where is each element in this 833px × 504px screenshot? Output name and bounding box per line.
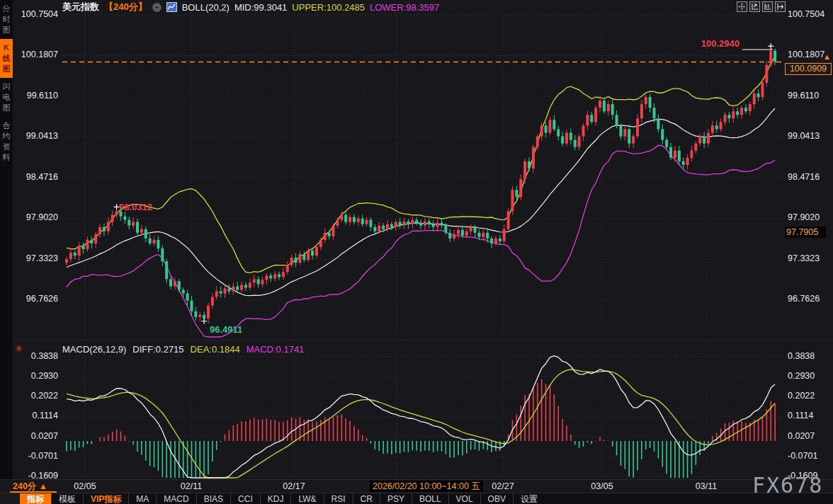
boll-upper-value: UPPER:100.2485: [292, 2, 365, 13]
price-axis-left-label: 99.0413: [11, 131, 58, 141]
price-axis-left-label: 96.7626: [11, 294, 58, 304]
price-axis-left-label: 97.9020: [11, 212, 58, 222]
expand-panel-icon[interactable]: [775, 1, 786, 12]
macd-axis-left-label: 0.1114: [11, 411, 58, 420]
macd-value: MACD:0.1741: [246, 344, 305, 355]
boll-label: BOLL(20,2): [182, 2, 230, 13]
svg-text:100.2940: 100.2940: [701, 38, 740, 49]
price-axis-right-label: 99.6110: [788, 91, 819, 101]
date-label: 03/05: [591, 481, 613, 491]
toolbar-item-MA[interactable]: MA: [128, 493, 156, 504]
candlestick-chart[interactable]: 100.294098.031296.4911: [0, 0, 833, 504]
sidebar: 分时图K线图闪电图合约资料: [0, 0, 13, 504]
date-label: 03/11: [696, 481, 717, 491]
macd-axis-right-label: 0.2022: [788, 391, 815, 401]
toolbar-item-VIP指标[interactable]: VIP指标: [83, 493, 128, 504]
macd-dea-value: DEA:0.1844: [191, 344, 240, 355]
macd-diff-value: DIFF:0.2715: [132, 344, 183, 355]
toolbar-spacer: [0, 493, 20, 504]
toolbar-item-指标[interactable]: 指标: [20, 493, 51, 504]
macd-settings-icon[interactable]: ✳: [15, 343, 23, 354]
svg-text:96.4911: 96.4911: [210, 324, 242, 335]
price-axis-right-label: 97.9020: [788, 212, 820, 222]
price-axis-left-label: 97.3323: [11, 253, 58, 263]
macd-axis-left-label: 0.2930: [11, 371, 58, 381]
macd-axis-left-label: -0.0701: [11, 451, 58, 461]
boll-mid-value: MID:99.3041: [234, 2, 287, 13]
x-axis-zoom-icon[interactable]: [762, 1, 773, 12]
toolbar-item-OBV[interactable]: OBV: [480, 493, 513, 504]
date-label: 02/17: [283, 481, 305, 491]
y-axis-zoom-icon[interactable]: [749, 1, 760, 12]
macd-axis-left-label: 0.0207: [11, 431, 58, 441]
sidebar-item-2[interactable]: 闪电图: [0, 78, 13, 117]
collapse-icon[interactable]: –: [152, 3, 162, 12]
indicator-chart-icon[interactable]: [166, 2, 177, 12]
price-axis-left-label: 98.4716: [11, 172, 58, 182]
sidebar-item-1[interactable]: K线图: [0, 39, 13, 78]
price-axis-right-label: 96.7626: [788, 294, 820, 304]
sidebar-item-0[interactable]: 分时图: [0, 0, 13, 39]
toolbar-item-BOLL[interactable]: BOLL: [412, 493, 448, 504]
macd-axis-right-label: -0.0701: [788, 451, 817, 461]
chart-header: 美元指数 【240分】 – BOLL(20,2) MID:99.3041 UPP…: [62, 1, 439, 13]
macd-axis-right-label: 0.2930: [788, 371, 815, 381]
toolbar-item-RSI[interactable]: RSI: [324, 493, 353, 504]
svg-text:98.0312: 98.0312: [119, 202, 152, 212]
charting-app: 100.294098.031296.4911 分时图K线图闪电图合约资料 美元指…: [0, 0, 833, 504]
date-axis-row: 240分 ▲ 02/0502/1102/1702/2703/0503/11 20…: [0, 479, 833, 493]
crosshair-tool-icon[interactable]: [737, 1, 747, 12]
macd-axis-right-label: 0.1114: [788, 411, 813, 420]
toolbar-item-PSY[interactable]: PSY: [380, 493, 412, 504]
toolbar-item-CCI[interactable]: CCI: [230, 493, 260, 504]
sidebar-item-3[interactable]: 合约资料: [0, 117, 13, 166]
macd-axis-right-label: 0.3838: [788, 351, 815, 361]
price-axis-left-label: 99.6110: [11, 91, 58, 101]
macd-axis-right-label: 0.0207: [788, 431, 815, 441]
toolbar-item-CR[interactable]: CR: [353, 493, 380, 504]
date-label: 02/05: [74, 481, 96, 491]
toolbar-item-模板[interactable]: 模板: [51, 493, 83, 504]
watermark: FX678: [752, 473, 823, 498]
price-axis-right-label: 98.4716: [788, 172, 820, 182]
price-axis-right-label: 97.3323: [788, 253, 820, 263]
price-marker-icon: ▲: [823, 52, 831, 61]
price-axis-left-label: 100.7504: [11, 9, 58, 19]
price-axis-left-label: 100.1807: [11, 50, 58, 59]
macd-title: MACD(26,12,9): [62, 344, 126, 355]
date-label: 02/27: [492, 481, 514, 491]
reference-price-box: 97.7905: [785, 227, 826, 238]
boll-lower-value: LOWER:98.3597: [370, 2, 439, 13]
macd-header: MACD(26,12,9) DIFF:0.2715 DEA:0.1844 MAC…: [62, 344, 304, 355]
toolbar-item-设置[interactable]: 设置: [513, 493, 545, 504]
indicator-toolbar: 指标模板VIP指标MAMACDBIASCCIKDJLW&RSICRPSYBOLL…: [0, 493, 833, 504]
toolbar-item-BIAS[interactable]: BIAS: [196, 493, 230, 504]
current-price-box: 100.0909: [785, 63, 832, 75]
price-axis-right-label: 99.0413: [788, 131, 820, 141]
timeframe-badge: 【240分】: [104, 1, 147, 13]
date-label: 02/11: [181, 481, 202, 491]
toolbar-item-MACD[interactable]: MACD: [156, 493, 196, 504]
highlighted-bar-label: 2026/02/20 10:00~14:00 五: [370, 481, 483, 492]
pane-controls: [737, 1, 786, 12]
toolbar-item-KDJ[interactable]: KDJ: [260, 493, 291, 504]
macd-axis-left-label: 0.2022: [11, 391, 58, 401]
toolbar-item-VOL[interactable]: VOL: [448, 493, 480, 504]
toolbar-item-LW&[interactable]: LW&: [290, 493, 323, 504]
price-axis-right-label: 100.7504: [788, 9, 824, 19]
instrument-name: 美元指数: [62, 1, 99, 13]
price-axis-right-label: 100.1807: [788, 50, 824, 59]
